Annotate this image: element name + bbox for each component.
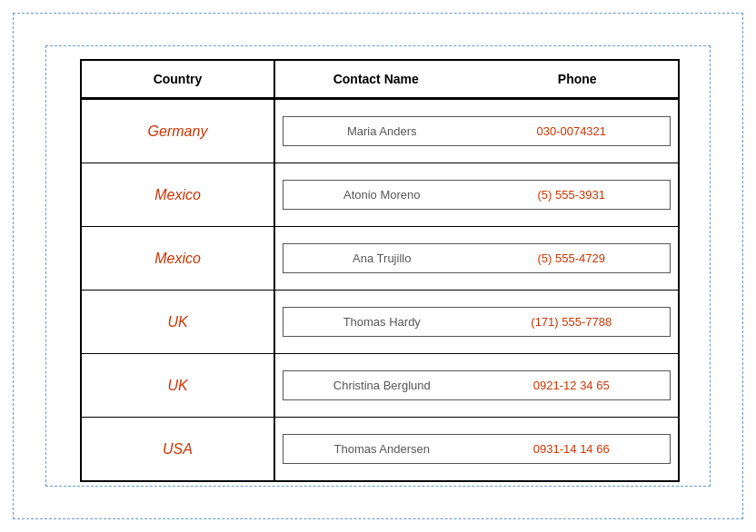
table-row: UK Christina Berglund 0921-12 34 65	[82, 353, 678, 417]
table-container: Country Contact Name Phone Germany Maria…	[80, 59, 680, 482]
contact-name-cell: Maria Anders	[287, 124, 477, 138]
country-cell: Germany	[82, 100, 275, 163]
header-contact-name: Contact Name	[275, 61, 477, 97]
country-cell: USA	[82, 418, 275, 480]
page-wrapper: Country Contact Name Phone Germany Maria…	[0, 0, 756, 532]
table-row: Mexico Ana Trujillo (5) 555-4729	[82, 226, 678, 290]
header-country: Country	[82, 61, 275, 97]
contact-phone-box: Thomas Andersen 0931-14 14 66	[283, 434, 671, 464]
right-cell: Thomas Andersen 0931-14 14 66	[275, 418, 678, 480]
country-cell: Mexico	[82, 163, 275, 226]
phone-cell: (5) 555-4729	[477, 251, 667, 265]
main-table: Country Contact Name Phone Germany Maria…	[80, 59, 680, 482]
contact-name-cell: Christina Berglund	[287, 379, 477, 392]
right-cell: Atonio Moreno (5) 555-3931	[275, 163, 678, 226]
country-cell: Mexico	[82, 227, 275, 290]
table-header: Country Contact Name Phone	[82, 61, 678, 99]
right-cell: Thomas Hardy (171) 555-7788	[275, 291, 678, 353]
header-right: Contact Name Phone	[275, 61, 678, 97]
table-row: Germany Maria Anders 030-0074321	[82, 99, 678, 163]
contact-phone-box: Ana Trujillo (5) 555-4729	[283, 243, 671, 273]
phone-cell: (5) 555-3931	[477, 188, 667, 202]
right-cell: Christina Berglund 0921-12 34 65	[275, 354, 678, 417]
table-row: Mexico Atonio Moreno (5) 555-3931	[82, 163, 678, 226]
phone-cell: 030-0074321	[477, 124, 667, 138]
contact-phone-box: Atonio Moreno (5) 555-3931	[283, 180, 671, 210]
header-phone: Phone	[477, 61, 679, 97]
contact-phone-box: Christina Berglund 0921-12 34 65	[283, 370, 671, 400]
country-cell: UK	[82, 291, 275, 353]
contact-name-cell: Atonio Moreno	[287, 188, 477, 202]
contact-name-cell: Thomas Andersen	[287, 442, 477, 456]
contact-name-cell: Thomas Hardy	[287, 315, 477, 329]
phone-cell: 0931-14 14 66	[477, 442, 667, 456]
phone-cell: 0921-12 34 65	[477, 379, 667, 392]
contact-name-cell: Ana Trujillo	[287, 251, 477, 265]
contact-phone-box: Thomas Hardy (171) 555-7788	[283, 307, 671, 337]
table-row: UK Thomas Hardy (171) 555-7788	[82, 290, 678, 353]
table-row: USA Thomas Andersen 0931-14 14 66	[82, 417, 678, 480]
right-cell: Maria Anders 030-0074321	[275, 100, 678, 163]
country-cell: UK	[82, 354, 275, 417]
phone-cell: (171) 555-7788	[477, 315, 667, 329]
right-cell: Ana Trujillo (5) 555-4729	[275, 227, 678, 290]
contact-phone-box: Maria Anders 030-0074321	[283, 116, 671, 146]
